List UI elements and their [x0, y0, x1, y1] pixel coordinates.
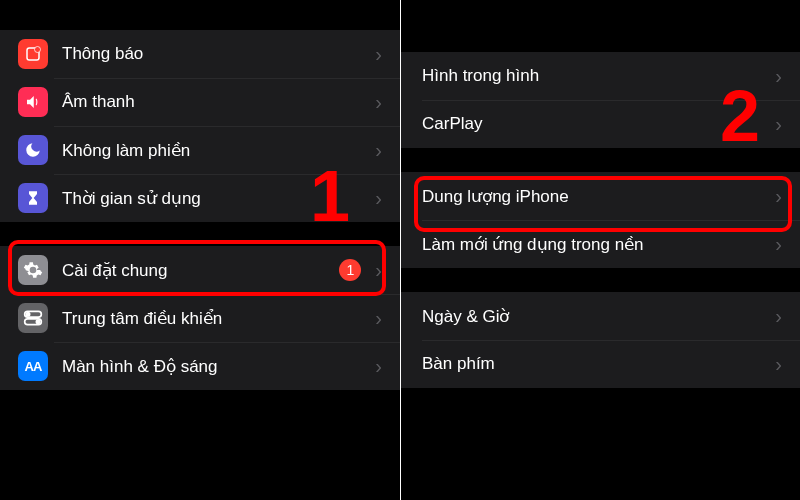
chevron-right-icon: ›	[775, 113, 782, 136]
row-label: Bàn phím	[422, 354, 767, 374]
gear-icon	[18, 255, 48, 285]
toggles-icon	[18, 303, 48, 333]
row-carplay[interactable]: CarPlay ›	[400, 100, 800, 148]
settings-main-list: Thông báo › Âm thanh › Không làm phiền ›…	[0, 0, 400, 500]
row-general[interactable]: Cài đặt chung 1 ›	[0, 246, 400, 294]
chevron-right-icon: ›	[375, 355, 382, 378]
chevron-right-icon: ›	[375, 307, 382, 330]
row-label: Cài đặt chung	[62, 260, 339, 281]
chevron-right-icon: ›	[375, 91, 382, 114]
chevron-right-icon: ›	[375, 139, 382, 162]
row-label: Hình trong hình	[422, 66, 767, 86]
row-label: Ngày & Giờ	[422, 306, 767, 327]
chevron-right-icon: ›	[775, 305, 782, 328]
row-screentime[interactable]: Thời gian sử dụng ›	[0, 174, 400, 222]
chevron-right-icon: ›	[375, 259, 382, 282]
row-label: Thông báo	[62, 44, 367, 64]
row-display[interactable]: AA Màn hình & Độ sáng ›	[0, 342, 400, 390]
row-iphone-storage[interactable]: Dung lượng iPhone ›	[400, 172, 800, 220]
svg-point-1	[35, 47, 41, 53]
notification-icon	[18, 39, 48, 69]
general-settings-list: Hình trong hình › CarPlay › Dung lượng i…	[400, 0, 800, 500]
hourglass-icon	[18, 183, 48, 213]
svg-point-3	[26, 313, 29, 316]
row-keyboard[interactable]: Bàn phím ›	[400, 340, 800, 388]
row-label: Trung tâm điều khiển	[62, 308, 367, 329]
chevron-right-icon: ›	[375, 43, 382, 66]
chevron-right-icon: ›	[775, 185, 782, 208]
speaker-icon	[18, 87, 48, 117]
row-label: Thời gian sử dụng	[62, 188, 367, 209]
row-pip[interactable]: Hình trong hình ›	[400, 52, 800, 100]
row-controlcenter[interactable]: Trung tâm điều khiển ›	[0, 294, 400, 342]
row-label: Dung lượng iPhone	[422, 186, 767, 207]
row-label: Làm mới ứng dụng trong nền	[422, 234, 767, 255]
chevron-right-icon: ›	[775, 65, 782, 88]
text-size-icon: AA	[18, 351, 48, 381]
row-dnd[interactable]: Không làm phiền ›	[0, 126, 400, 174]
row-background-refresh[interactable]: Làm mới ứng dụng trong nền ›	[400, 220, 800, 268]
chevron-right-icon: ›	[375, 187, 382, 210]
row-label: Âm thanh	[62, 92, 367, 112]
row-label: Màn hình & Độ sáng	[62, 356, 367, 377]
panel-divider	[400, 0, 401, 500]
row-notifications[interactable]: Thông báo ›	[0, 30, 400, 78]
row-label: CarPlay	[422, 114, 767, 134]
row-date-time[interactable]: Ngày & Giờ ›	[400, 292, 800, 340]
svg-point-5	[36, 320, 39, 323]
notification-badge: 1	[339, 259, 361, 281]
row-sounds[interactable]: Âm thanh ›	[0, 78, 400, 126]
chevron-right-icon: ›	[775, 233, 782, 256]
chevron-right-icon: ›	[775, 353, 782, 376]
row-label: Không làm phiền	[62, 140, 367, 161]
moon-icon	[18, 135, 48, 165]
